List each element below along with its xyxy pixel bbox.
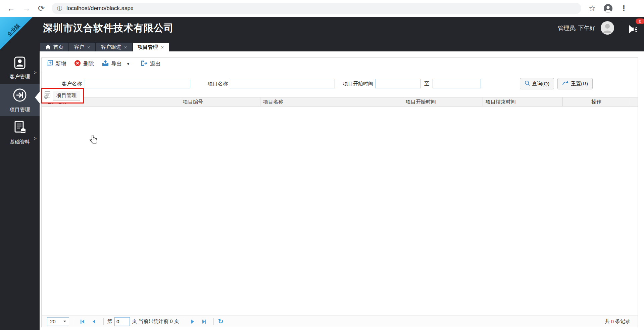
sidebar-item-project-mgmt[interactable]: 项目管理	[0, 84, 40, 116]
screen: ← → ⟳ ⓘ localhost/demo/black.aspx ☆ ⋮ 深圳…	[0, 0, 644, 330]
tab-project-mgmt[interactable]: 项目管理 ×	[133, 43, 169, 51]
pagination-divider	[183, 318, 183, 325]
sidebar: 客户管理 > 项目管理 基础资料 >	[0, 39, 40, 330]
select-caret-icon	[63, 321, 66, 322]
delete-label: 删除	[83, 60, 94, 68]
export-label: 导出	[111, 60, 122, 68]
start-date-from-input[interactable]	[375, 79, 421, 88]
delete-icon	[74, 60, 81, 68]
sidebar-item-customer-mgmt[interactable]: 客户管理 >	[0, 54, 40, 82]
add-icon	[46, 60, 53, 68]
tab-bar: 首页 客户 × 客户跟进 × 项目管理 ×	[40, 39, 644, 51]
project-name-label: 项目名称	[208, 81, 228, 87]
user-avatar[interactable]	[601, 21, 614, 35]
pagination-bar: 20 第 页 当前只统计前 0 页	[42, 316, 638, 327]
page-info-icon[interactable]: ⓘ	[57, 5, 62, 12]
column-header-end-date[interactable]: 项目结束时间	[483, 97, 563, 106]
tab-close-icon[interactable]: ×	[87, 44, 90, 50]
query-button[interactable]: 查询(Q)	[520, 78, 554, 89]
customer-name-input[interactable]	[84, 79, 190, 88]
total-count-value: 0	[611, 319, 614, 324]
browser-forward-icon[interactable]: →	[22, 4, 31, 12]
page-size-value: 20	[50, 319, 56, 324]
browser-profile-icon[interactable]	[603, 4, 613, 13]
pagination-divider	[73, 318, 73, 325]
app-header: 深圳市汉合软件技术有限公司 管理员, 下午好 0	[0, 17, 644, 39]
table-header: 客户名称 项目编号 项目名称 项目开始时间 项目结束时间 操作	[42, 97, 638, 107]
tab-close-icon[interactable]: ×	[161, 44, 164, 50]
pagination-divider	[213, 318, 214, 325]
mouse-cursor	[89, 134, 98, 145]
sidebar-item-base-data[interactable]: 基础资料 >	[0, 118, 40, 148]
exit-label: 退出	[150, 60, 161, 68]
tab-label: 客户跟进	[101, 44, 121, 50]
grid-panel: 新增 删除 导出 ▼	[41, 57, 638, 327]
tab-label: 客户	[74, 44, 84, 50]
export-dropdown-caret-icon[interactable]: ▼	[127, 62, 130, 66]
exit-button[interactable]: 退出	[141, 60, 161, 68]
sidebar-active-arrow	[35, 90, 41, 105]
url-text: localhost/demo/black.aspx	[66, 5, 133, 12]
prev-page-button[interactable]	[90, 318, 98, 326]
base-data-icon	[12, 121, 27, 136]
pagination-divider	[103, 318, 104, 325]
project-name-input[interactable]	[230, 79, 335, 88]
column-header-project-name[interactable]: 项目名称	[260, 97, 403, 106]
browser-menu-icon[interactable]: ⋮	[620, 4, 628, 13]
export-icon	[102, 60, 109, 68]
page-number-input[interactable]	[114, 317, 130, 326]
table-body	[42, 107, 638, 316]
workspace: 新增 删除 导出 ▼	[40, 51, 644, 330]
drag-item-icon	[44, 91, 51, 100]
toolbar: 新增 删除 导出 ▼	[42, 58, 638, 70]
drag-tooltip: 项目管理	[41, 88, 84, 104]
tab-customer[interactable]: 客户 ×	[69, 43, 95, 51]
page-size-select[interactable]: 20	[47, 317, 69, 326]
chevron-right-icon: >	[34, 136, 37, 141]
next-page-button[interactable]	[188, 318, 197, 326]
tab-customer-followup[interactable]: 客户跟进 ×	[96, 43, 132, 51]
notification-speaker-icon[interactable]: 0	[628, 25, 639, 35]
address-bar[interactable]: ⓘ localhost/demo/black.aspx	[52, 3, 581, 14]
company-title: 深圳市汉合软件技术有限公司	[43, 17, 174, 39]
greeting-text: 管理员, 下午好	[558, 24, 595, 32]
page-suffix-label: 页 当前只统计前 0 页	[132, 318, 179, 325]
tab-label: 首页	[53, 44, 63, 50]
sidebar-item-label: 基础资料	[10, 139, 30, 145]
reset-button[interactable]: 重置(R)	[557, 78, 593, 89]
browser-refresh-icon[interactable]: ⟳	[38, 4, 45, 12]
column-header-start-date[interactable]: 项目开始时间	[403, 97, 483, 106]
column-header-spacer	[630, 97, 638, 106]
reset-arrow-icon	[562, 80, 569, 87]
header-divider	[621, 20, 621, 35]
search-icon	[525, 80, 530, 87]
project-mgmt-icon	[12, 88, 27, 104]
tab-label: 项目管理	[138, 44, 158, 50]
export-button[interactable]: 导出 ▼	[102, 60, 130, 68]
last-page-button[interactable]	[200, 318, 208, 326]
project-start-label: 项目开始时间	[343, 81, 373, 87]
tab-close-icon[interactable]: ×	[124, 44, 127, 50]
column-header-actions[interactable]: 操作	[563, 97, 630, 106]
first-page-button[interactable]	[78, 318, 87, 326]
search-form: 客户名称 项目名称 项目开始时间 至 查询(Q)	[42, 70, 638, 97]
delete-button[interactable]: 删除	[74, 60, 94, 68]
browser-back-icon[interactable]: ←	[7, 4, 15, 12]
refresh-icon[interactable]: ↻	[218, 318, 224, 325]
tab-home[interactable]: 首页	[40, 43, 68, 51]
total-suffix-label: 条记录	[615, 318, 630, 325]
customer-mgmt-icon	[13, 56, 27, 71]
column-header-project-no[interactable]: 项目编号	[180, 97, 260, 106]
browser-chrome: ← → ⟳ ⓘ localhost/demo/black.aspx ☆ ⋮	[0, 0, 644, 17]
query-label: 查询(Q)	[532, 81, 550, 87]
add-label: 新增	[55, 60, 66, 68]
bookmark-star-icon[interactable]: ☆	[589, 4, 596, 13]
drag-tooltip-label: 项目管理	[53, 91, 80, 101]
total-prefix-label: 共	[605, 318, 610, 325]
start-date-to-input[interactable]	[433, 79, 481, 88]
add-button[interactable]: 新增	[46, 60, 66, 68]
exit-icon	[141, 60, 148, 68]
reset-label: 重置(R)	[571, 81, 588, 87]
date-to-label: 至	[424, 81, 429, 87]
page-prefix-label: 第	[107, 318, 112, 325]
